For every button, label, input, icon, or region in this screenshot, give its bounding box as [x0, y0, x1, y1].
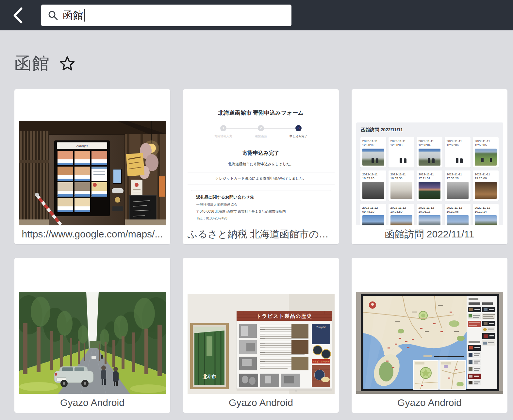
- star-outline-icon: [59, 56, 75, 72]
- thumb-date: 2022-11-12: [362, 206, 384, 210]
- thumb-time: 17:35:26: [447, 176, 469, 180]
- card-caption: Gyazo Android: [183, 394, 339, 413]
- thumb-time: 12:50:03: [390, 143, 412, 147]
- thumb-time: 12:50:04: [419, 143, 440, 147]
- thumb-time: 10:05:13: [419, 210, 440, 214]
- svg-text:トラビストバター: トラビストバター: [312, 360, 329, 363]
- result-card-google-maps[interactable]: zacoya: [14, 89, 170, 244]
- thumb-time: 10:03:50: [390, 210, 412, 214]
- thumb-time: 12:53:05: [475, 143, 497, 147]
- stepper-step-3: 3 申し込み完了: [284, 125, 314, 138]
- form-title: 北海道函館市 寄附申込みフォーム: [188, 109, 335, 117]
- thumb-date: 2022-11-12: [475, 206, 497, 210]
- thumb-photo: [390, 149, 412, 166]
- thumb-date: 2022-11-11: [390, 139, 412, 143]
- thumb-photo: [419, 215, 440, 225]
- collection-thumb: 2022-11-12 10:03:50: [389, 204, 414, 225]
- thumb-photo: [390, 215, 412, 225]
- contact-box: 返礼品に関するお問い合わせ先 一般社団法人函館物産協会 〒040-0036 北海…: [191, 190, 331, 225]
- card-thumbnail: 北斗市 トラビスト製品の歴史: [183, 258, 339, 394]
- form-message: 北海道函館市に寄附申込みをしました。: [188, 162, 335, 167]
- thumb-date: 2022-11-11: [475, 139, 497, 143]
- collection-screenshot: 函館訪問 2022/11/11 2022-11-11 12:50:02 2022…: [356, 122, 503, 225]
- thumb-time: 16:53:20: [362, 176, 384, 180]
- thumb-time: 09:48:10: [362, 210, 384, 214]
- stepper-step-2: 2 確認画面: [246, 125, 276, 138]
- top-bar: 函館: [0, 0, 513, 30]
- result-card-road-photo[interactable]: Gyazo Android: [14, 258, 170, 413]
- thumb-photo: [419, 182, 440, 199]
- thumb-date: 2022-11-11: [447, 172, 469, 176]
- search-input[interactable]: 函館: [41, 5, 291, 26]
- thumb-time: 12:50:06: [447, 143, 469, 147]
- thumb-photo: [447, 182, 469, 199]
- back-chevron-icon: [12, 7, 23, 24]
- thumb-date: 2022-11-11: [419, 139, 440, 143]
- card-thumbnail: [352, 258, 507, 394]
- thumb-date: 2022-11-11: [362, 139, 384, 143]
- card-thumbnail: zacoya: [14, 89, 170, 225]
- collection-thumb: 2022-11-11 12:50:06: [445, 137, 471, 168]
- result-card-furusato-form[interactable]: 北海道函館市 寄附申込みフォーム 1 寄附情報入力 2 確認画面 3 申し込み完…: [183, 89, 339, 244]
- collection-title: 函館訪問 2022/11/11: [361, 127, 499, 133]
- svg-text:トラビスト製品の歴史: トラビスト製品の歴史: [256, 313, 312, 319]
- collection-thumb: 2022-11-12 10:10:08: [445, 204, 471, 225]
- svg-text:zacoya: zacoya: [76, 144, 88, 148]
- thumb-photo: [475, 215, 497, 225]
- map-display-photo: [356, 292, 503, 394]
- collection-thumb: 2022-11-11 17:11:01: [417, 170, 442, 201]
- card-caption: ふるさと納税 北海道函館市の寄...: [183, 225, 339, 244]
- text-caret: [84, 9, 85, 22]
- thumb-photo: [362, 182, 384, 199]
- thumb-time: 17:11:01: [419, 176, 440, 180]
- thumb-date: 2022-11-11: [390, 172, 412, 176]
- result-card-map-photo[interactable]: Gyazo Android: [352, 258, 507, 413]
- vending-machine-photo: zacoya: [19, 121, 166, 225]
- card-thumbnail: 函館訪問 2022/11/11 2022-11-11 12:50:02 2022…: [352, 89, 507, 225]
- collection-thumb: 2022-11-11 12:50:02: [360, 137, 386, 168]
- collection-thumb: 2022-11-11 16:55:38: [389, 170, 414, 201]
- thumb-time: 16:55:38: [390, 176, 412, 180]
- svg-text:Trappist: Trappist: [316, 326, 325, 329]
- collection-thumb: 2022-11-11 12:53:05: [473, 137, 499, 168]
- collection-thumb: 2022-11-11 19:25:06: [473, 170, 499, 201]
- thumb-time: 10:10:08: [447, 210, 469, 214]
- search-value: 函館: [63, 8, 83, 22]
- card-caption: Gyazo Android: [14, 394, 170, 413]
- collection-thumb: 2022-11-12 09:48:10: [360, 204, 386, 225]
- result-card-hakodate-visit[interactable]: 函館訪問 2022/11/11 2022-11-11 12:50:02 2022…: [352, 89, 507, 244]
- collection-thumb: 2022-11-11 17:35:26: [445, 170, 471, 201]
- thumb-date: 2022-11-12: [390, 206, 412, 210]
- back-button[interactable]: [7, 4, 28, 27]
- thumb-time: 10:10:14: [475, 210, 497, 214]
- thumb-date: 2022-11-11: [362, 172, 384, 176]
- thumb-photo: [475, 182, 497, 199]
- card-thumbnail: [14, 258, 170, 394]
- collection-thumb: 2022-11-11 16:53:20: [360, 170, 386, 201]
- svg-text:北斗市: 北斗市: [202, 374, 216, 379]
- thumb-date: 2022-11-11: [419, 172, 440, 176]
- thumb-photo: [419, 149, 440, 166]
- page-title: 函館: [14, 52, 50, 75]
- collection-thumb: 2022-11-11 12:50:04: [417, 137, 442, 168]
- thumb-time: 19:25:06: [475, 176, 497, 180]
- collection-thumb: 2022-11-11 12:50:03: [389, 137, 414, 168]
- thumb-date: 2022-11-11: [475, 172, 497, 176]
- collection-thumb: 2022-11-12 10:10:14: [473, 204, 499, 225]
- form-note: クレジットカード決済による寄附申請が完了しました。: [188, 172, 335, 185]
- title-row: 函館: [14, 53, 513, 74]
- thumb-date: 2022-11-12: [419, 206, 440, 210]
- card-caption: 函館訪問 2022/11/11: [352, 225, 507, 244]
- donation-form-screenshot: 北海道函館市 寄附申込みフォーム 1 寄附情報入力 2 確認画面 3 申し込み完…: [188, 99, 335, 225]
- result-card-museum-photo[interactable]: 北斗市 トラビスト製品の歴史: [183, 258, 339, 413]
- thumb-photo: [362, 215, 384, 225]
- card-caption: Gyazo Android: [352, 394, 507, 413]
- collection-thumb: 2022-11-12 10:05:13: [417, 204, 442, 225]
- stepper-step-1: 1 寄附情報入力: [208, 125, 239, 138]
- form-heading: 寄附申込み完了: [188, 150, 335, 157]
- thumb-photo: [475, 149, 497, 166]
- museum-exhibit-photo: 北斗市 トラビスト製品の歴史: [188, 294, 335, 394]
- favorite-star-button[interactable]: [59, 56, 75, 72]
- thumb-date: 2022-11-12: [447, 206, 469, 210]
- search-results-grid: zacoya: [14, 89, 513, 413]
